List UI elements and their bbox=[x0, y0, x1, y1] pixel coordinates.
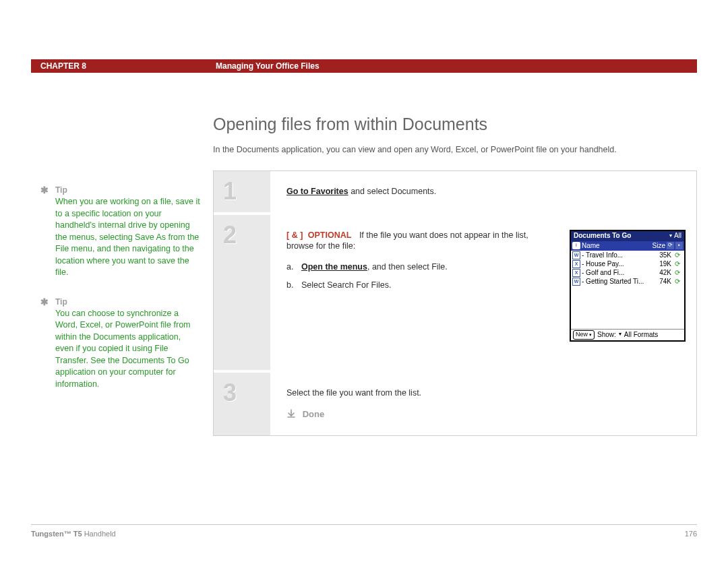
step-row: 2 [ & ] OPTIONAL If the file you want do… bbox=[214, 215, 696, 370]
header-bar: CHAPTER 8 Managing Your Office Files bbox=[31, 59, 697, 73]
tip-label: Tip bbox=[40, 296, 201, 307]
step-number: 2 bbox=[223, 223, 270, 247]
page-footer: Tungsten™ T5 Handheld 176 bbox=[31, 524, 697, 539]
tip-label: Tip bbox=[40, 185, 201, 195]
chevron-down-icon: ▾ bbox=[589, 332, 592, 338]
page-title: Opening files from within Documents bbox=[213, 113, 697, 136]
step-number: 1 bbox=[223, 179, 270, 204]
palm-column-header: i Name Size ⟳ ▪ bbox=[571, 241, 684, 251]
sub-text: Select Search For Files. bbox=[301, 280, 391, 291]
sync-icon: ⟳ bbox=[673, 277, 681, 286]
step-number: 3 bbox=[223, 381, 270, 405]
palm-category-dropdown[interactable]: ▾All bbox=[669, 231, 681, 241]
sub-label: a. bbox=[286, 261, 297, 273]
main-content: Opening files from within Documents In t… bbox=[213, 113, 697, 436]
optional-label: OPTIONAL bbox=[308, 230, 352, 240]
list-item[interactable]: X - House Pay... 19K ⟳ bbox=[572, 260, 681, 269]
chevron-down-icon: ▾ bbox=[669, 232, 672, 240]
sidebar: Tip When you are working on a file, save… bbox=[31, 117, 213, 436]
palm-app-title: Documents To Go bbox=[574, 231, 631, 241]
step-text: Select the file you want from the list. bbox=[286, 387, 686, 399]
step-row: 3 Select the file you want from the list… bbox=[214, 373, 696, 435]
sync-icon: ⟳ bbox=[673, 268, 681, 278]
card-col-icon: ▪ bbox=[675, 242, 683, 249]
chevron-down-icon: ▾ bbox=[619, 331, 621, 338]
device-model: Tungsten™ T5 Handheld bbox=[31, 529, 116, 539]
col-size: Size bbox=[646, 241, 665, 251]
doc-icon: X bbox=[572, 269, 580, 277]
list-item[interactable]: W - Getting Started Ti... 74K ⟳ bbox=[572, 278, 681, 286]
sync-icon: ⟳ bbox=[673, 251, 681, 260]
show-dropdown[interactable]: All Formats bbox=[624, 330, 659, 340]
chapter-label: CHAPTER 8 bbox=[31, 61, 216, 71]
sync-icon: ⟳ bbox=[673, 259, 681, 269]
steps-panel: 1 Go to Favorites and select Documents. … bbox=[213, 170, 697, 436]
list-item[interactable]: W - Travel Info... 35K ⟳ bbox=[572, 251, 681, 260]
go-to-favorites-link[interactable]: Go to Favorites bbox=[286, 187, 348, 196]
doc-icon: W bbox=[572, 251, 580, 259]
sub-step: b. Select Search For Files. bbox=[286, 280, 557, 291]
tip-block: Tip When you are working on a file, save… bbox=[40, 185, 201, 279]
sub-step: a. Open the menus, and then select File. bbox=[286, 261, 557, 273]
info-icon: i bbox=[572, 242, 580, 249]
optional-brackets: [ & ] bbox=[286, 230, 303, 240]
done-marker: Done bbox=[286, 408, 686, 420]
chapter-title: Managing Your Office Files bbox=[216, 61, 697, 71]
done-arrow-icon bbox=[286, 409, 296, 422]
palm-titlebar: Documents To Go ▾All bbox=[571, 231, 684, 241]
tip-body: When you are working on a file, save it … bbox=[40, 196, 201, 279]
new-button[interactable]: New▾ bbox=[573, 330, 595, 340]
sub-label: b. bbox=[286, 280, 297, 291]
show-label: Show: bbox=[597, 330, 616, 340]
open-menus-link[interactable]: Open the menus bbox=[301, 262, 367, 272]
tip-body: You can choose to synchronize a Word, Ex… bbox=[40, 308, 201, 391]
tip-block: Tip You can choose to synchronize a Word… bbox=[40, 296, 201, 391]
palm-file-list: W - Travel Info... 35K ⟳ X - House Pay..… bbox=[571, 251, 684, 329]
optional-line: [ & ] OPTIONAL If the file you want does… bbox=[286, 230, 557, 253]
step-text: and select Documents. bbox=[348, 187, 437, 196]
done-label: Done bbox=[303, 409, 325, 419]
page-number: 176 bbox=[685, 529, 697, 539]
doc-icon: X bbox=[572, 260, 580, 268]
intro-text: In the Documents application, you can vi… bbox=[213, 144, 697, 156]
palm-screenshot: Documents To Go ▾All i Name Size ⟳ ▪ bbox=[570, 230, 686, 342]
palm-footer: New▾ Show: ▾ All Formats bbox=[571, 329, 684, 340]
sub-rest: , and then select File. bbox=[367, 262, 448, 272]
sync-col-icon: ⟳ bbox=[667, 242, 674, 249]
col-name: Name bbox=[582, 241, 646, 251]
doc-icon: W bbox=[572, 278, 580, 286]
list-item[interactable]: X - Golf and Fi... 42K ⟳ bbox=[572, 269, 681, 278]
step-row: 1 Go to Favorites and select Documents. bbox=[214, 171, 696, 212]
